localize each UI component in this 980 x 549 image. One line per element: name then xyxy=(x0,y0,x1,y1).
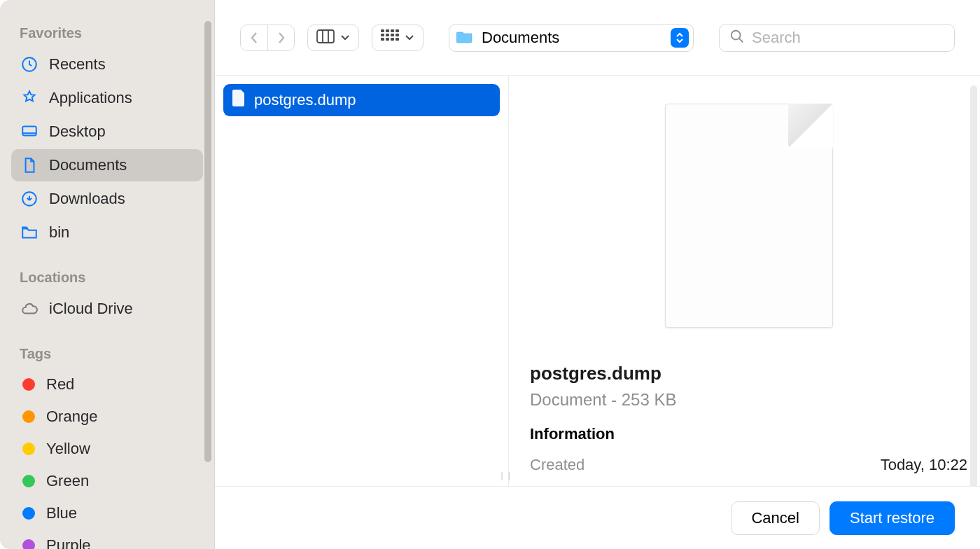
desktop-icon xyxy=(20,122,39,141)
sidebar-item-label: Green xyxy=(46,472,89,490)
back-button[interactable] xyxy=(241,25,267,50)
tag-dot-icon xyxy=(22,410,35,423)
columns-icon xyxy=(316,29,335,46)
tag-dot-icon xyxy=(22,443,35,455)
download-icon xyxy=(20,189,39,209)
sidebar-item-label: Yellow xyxy=(46,440,90,458)
search-icon xyxy=(729,29,745,47)
sidebar-item-label: Applications xyxy=(49,89,132,107)
sidebar-item-label: iCloud Drive xyxy=(49,300,133,318)
sidebar-item-label: Recents xyxy=(49,55,106,74)
sidebar-item-label: Orange xyxy=(46,408,97,426)
svg-point-16 xyxy=(732,30,741,39)
file-list-column: postgres.dump | | xyxy=(215,76,509,486)
locations-heading: Locations xyxy=(11,265,203,291)
document-icon xyxy=(20,155,39,175)
sidebar-tag-red[interactable]: Red xyxy=(11,369,203,400)
sidebar-item-applications[interactable]: Applications xyxy=(11,82,203,114)
sidebar-item-documents[interactable]: Documents xyxy=(11,149,203,181)
preview-filename: postgres.dump xyxy=(530,363,967,384)
sidebar-tag-blue[interactable]: Blue xyxy=(11,498,203,529)
chevron-down-icon xyxy=(405,32,414,44)
toolbar: Documents xyxy=(215,0,980,76)
main-panel: Documents postgres.dump | | xyxy=(214,0,980,549)
tag-dot-icon xyxy=(22,378,35,391)
svg-rect-12 xyxy=(381,38,384,41)
tag-dot-icon xyxy=(22,475,35,487)
folder-icon xyxy=(456,29,473,46)
svg-rect-10 xyxy=(391,34,394,36)
file-name: postgres.dump xyxy=(254,91,356,109)
chevron-down-icon xyxy=(340,32,350,44)
location-label: Documents xyxy=(482,29,662,47)
svg-rect-11 xyxy=(396,34,399,36)
preview-created-label: Created xyxy=(530,456,584,474)
sidebar-item-bin[interactable]: bin xyxy=(11,216,203,249)
sidebar-item-label: Documents xyxy=(49,156,127,174)
sidebar-item-downloads[interactable]: Downloads xyxy=(11,183,203,215)
preview-scrollbar[interactable] xyxy=(970,85,977,486)
svg-rect-7 xyxy=(396,29,399,32)
grid-icon xyxy=(381,29,399,46)
updown-icon xyxy=(671,28,689,48)
sidebar-item-label: Desktop xyxy=(49,123,106,141)
preview-subtitle: Document - 253 KB xyxy=(530,390,967,410)
sidebar-item-label: Downloads xyxy=(49,190,125,208)
preview-created-value: Today, 10:22 xyxy=(881,456,967,474)
page-fold-icon xyxy=(788,104,833,148)
content-area: postgres.dump | | postgres.dump Document… xyxy=(215,76,980,486)
sidebar-tag-purple[interactable]: Purple xyxy=(11,530,203,549)
tag-dot-icon xyxy=(22,539,35,549)
cloud-icon xyxy=(20,299,39,319)
preview-column: postgres.dump Document - 253 KB Informat… xyxy=(509,76,980,486)
sidebar-item-label: Blue xyxy=(46,504,77,522)
tags-heading: Tags xyxy=(11,342,203,368)
sidebar-item-label: Red xyxy=(46,375,74,394)
document-icon xyxy=(232,90,246,111)
sidebar-tag-green[interactable]: Green xyxy=(11,466,203,496)
svg-rect-5 xyxy=(386,29,389,32)
sidebar-scrollbar[interactable] xyxy=(204,21,211,462)
sidebar-tag-yellow[interactable]: Yellow xyxy=(11,433,203,464)
svg-rect-6 xyxy=(391,29,394,32)
sidebar-tag-orange[interactable]: Orange xyxy=(11,401,203,432)
svg-rect-3 xyxy=(317,30,334,43)
tag-dot-icon xyxy=(22,507,35,520)
cancel-button[interactable]: Cancel xyxy=(731,501,819,535)
preview-info-heading: Information xyxy=(530,425,967,443)
svg-rect-9 xyxy=(386,34,389,36)
clock-icon xyxy=(20,55,39,74)
search-input[interactable] xyxy=(752,29,944,47)
svg-rect-4 xyxy=(381,29,384,32)
applications-icon xyxy=(20,88,39,108)
svg-rect-13 xyxy=(386,38,389,41)
view-grid-button[interactable] xyxy=(372,25,424,51)
search-field[interactable] xyxy=(719,24,955,52)
svg-rect-14 xyxy=(391,38,394,41)
sidebar-item-label: Purple xyxy=(46,536,91,549)
svg-rect-1 xyxy=(22,126,36,135)
nav-history xyxy=(240,25,295,51)
file-thumbnail xyxy=(665,104,833,328)
sidebar: Favorites Recents Applications Desktop D… xyxy=(0,0,214,549)
svg-rect-15 xyxy=(396,38,399,41)
file-row[interactable]: postgres.dump xyxy=(223,84,500,116)
sidebar-item-recents[interactable]: Recents xyxy=(11,48,203,81)
sidebar-item-desktop[interactable]: Desktop xyxy=(11,116,203,148)
start-restore-button[interactable]: Start restore xyxy=(830,501,955,535)
sidebar-item-label: bin xyxy=(49,223,69,242)
folder-icon xyxy=(20,223,39,242)
preview-created-row: Created Today, 10:22 xyxy=(530,456,967,474)
svg-rect-8 xyxy=(381,34,384,36)
favorites-heading: Favorites xyxy=(11,21,203,47)
sidebar-item-icloud[interactable]: iCloud Drive xyxy=(11,293,203,325)
dialog-footer: Cancel Start restore xyxy=(215,486,980,549)
view-columns-button[interactable] xyxy=(307,25,359,51)
location-select[interactable]: Documents xyxy=(449,24,694,52)
forward-button[interactable] xyxy=(267,25,294,50)
